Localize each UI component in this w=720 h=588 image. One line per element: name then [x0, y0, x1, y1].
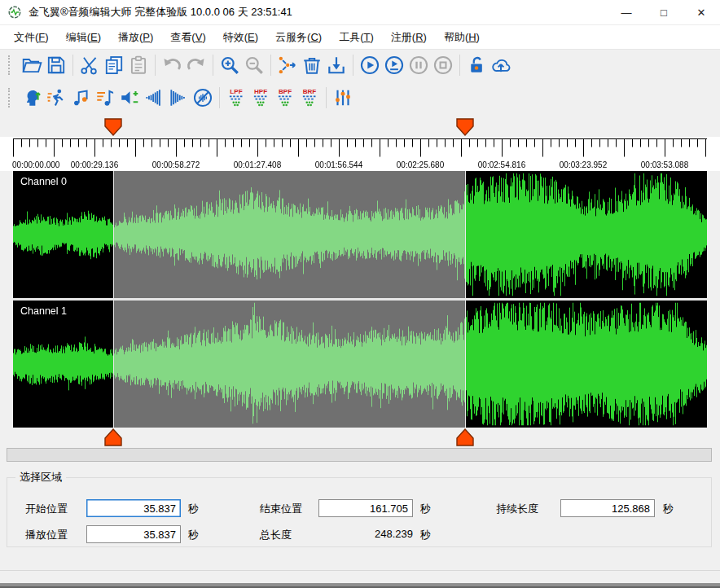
- horizontal-scrollbar[interactable]: [7, 448, 712, 462]
- toolbar-grip[interactable]: [8, 88, 13, 108]
- app-window: 金飞翼®音频编辑大师 完整体验版 10.0.0 06 天 23:51:41 — …: [0, 0, 720, 588]
- lock-button[interactable]: [464, 52, 489, 78]
- toolbar-separator: [213, 55, 213, 76]
- low-pass-filter-button[interactable]: LPF: [224, 85, 248, 111]
- fade-in-button[interactable]: [142, 85, 166, 111]
- menu-register[interactable]: 注册(R): [384, 26, 434, 49]
- menu-cloud-service[interactable]: 云服务(C): [268, 26, 329, 49]
- menu-tools[interactable]: 工具(T): [331, 26, 381, 49]
- toolbar-separator: [155, 55, 156, 76]
- toolbar-effects: LPFHPFBPFBRF: [0, 81, 720, 115]
- cut-button[interactable]: [77, 52, 102, 78]
- start-position-input[interactable]: [86, 499, 181, 517]
- app-icon: [7, 5, 22, 20]
- waveform-view[interactable]: Channel 0 Channel 1: [13, 171, 707, 428]
- stop-button[interactable]: [431, 52, 455, 78]
- svg-text:LPF: LPF: [230, 88, 242, 95]
- mix-button[interactable]: [275, 52, 300, 78]
- total-length-label: 总长度: [260, 528, 292, 542]
- selection-panel-title: 选择区域: [15, 470, 66, 485]
- end-position-label: 结束位置: [260, 502, 302, 516]
- duration-label: 持续长度: [496, 502, 538, 516]
- high-pass-filter-button[interactable]: HPF: [248, 85, 273, 111]
- end-position-input[interactable]: [318, 499, 413, 517]
- window-title: 金飞翼®音频编辑大师 完整体验版 10.0.0 06 天 23:51:41: [29, 5, 292, 20]
- voice-effect-button[interactable]: [20, 85, 44, 111]
- selection-end-marker-top[interactable]: [456, 118, 474, 136]
- tempo-change-button[interactable]: [44, 85, 68, 111]
- menu-view[interactable]: 查看(V): [163, 26, 213, 49]
- play-selection-button[interactable]: [382, 52, 406, 78]
- top-marker-strip: [0, 117, 720, 137]
- selection-panel: 选择区域 开始位置 秒 结束位置 秒 持续长度 秒 播放位置 秒 总长度 248…: [7, 470, 712, 547]
- selection-start-marker-bottom[interactable]: [104, 428, 122, 446]
- svg-text:BPF: BPF: [279, 88, 292, 95]
- toolbar-grip[interactable]: [8, 55, 13, 75]
- trim-button[interactable]: [324, 52, 349, 78]
- titlebar: 金飞翼®音频编辑大师 完整体验版 10.0.0 06 天 23:51:41 — …: [0, 0, 720, 25]
- toolbar-separator: [326, 87, 327, 108]
- play-position-label: 播放位置: [25, 528, 68, 542]
- toolbar-separator: [72, 55, 73, 76]
- play-button[interactable]: [358, 52, 382, 78]
- svg-text:BRF: BRF: [303, 88, 317, 95]
- menu-file[interactable]: 文件(F): [7, 26, 56, 49]
- toolbar-separator: [353, 55, 353, 76]
- open-file-button[interactable]: [20, 52, 44, 78]
- menu-play[interactable]: 播放(P): [111, 26, 160, 49]
- end-position-unit: 秒: [420, 502, 431, 516]
- close-button[interactable]: ✕: [683, 0, 720, 24]
- maximize-button[interactable]: □: [645, 0, 683, 24]
- start-position-unit: 秒: [188, 502, 199, 516]
- paste-button[interactable]: [126, 52, 151, 78]
- status-bar: [0, 570, 720, 584]
- menubar: 文件(F)编辑(E)播放(P)查看(V)特效(E)云服务(C)工具(T)注册(R…: [0, 25, 720, 50]
- menu-edit[interactable]: 编辑(E): [59, 26, 108, 49]
- zoom-in-button[interactable]: [217, 52, 242, 78]
- play-position-unit: 秒: [188, 528, 199, 542]
- menu-effects[interactable]: 特效(E): [216, 26, 266, 49]
- svg-text:HPF: HPF: [254, 88, 267, 95]
- pitch-change-button[interactable]: [68, 85, 93, 111]
- duration-input[interactable]: [560, 499, 655, 517]
- band-pass-filter-button[interactable]: BPF: [273, 85, 297, 111]
- play-position-input[interactable]: [86, 525, 181, 543]
- timeline-ruler[interactable]: [0, 137, 720, 171]
- duration-unit: 秒: [663, 502, 674, 516]
- start-position-label: 开始位置: [25, 502, 68, 516]
- band-reject-filter-button[interactable]: BRF: [297, 85, 322, 111]
- menu-help[interactable]: 帮助(H): [437, 26, 487, 49]
- volume-adjust-button[interactable]: [117, 85, 142, 111]
- bottom-marker-strip: [0, 428, 720, 448]
- window-controls: — □ ✕: [608, 0, 720, 24]
- toolbar-separator: [459, 55, 460, 76]
- pause-button[interactable]: [406, 52, 431, 78]
- save-file-button[interactable]: [44, 52, 68, 78]
- total-length-unit: 秒: [420, 528, 431, 542]
- waveform-canvas[interactable]: [13, 171, 707, 428]
- zoom-out-button[interactable]: [242, 52, 266, 78]
- redo-button[interactable]: [184, 52, 209, 78]
- equalizer-button[interactable]: [331, 85, 355, 111]
- rate-change-button[interactable]: [93, 85, 117, 111]
- window-bottom-edge: [0, 583, 720, 588]
- cloud-upload-button[interactable]: [489, 52, 513, 78]
- selection-start-marker-top[interactable]: [104, 118, 122, 136]
- toolbar-main: [0, 50, 720, 81]
- toolbar-separator: [219, 87, 220, 108]
- fade-out-button[interactable]: [166, 85, 191, 111]
- toolbar-separator: [270, 55, 271, 76]
- undo-button[interactable]: [160, 52, 184, 78]
- minimize-button[interactable]: —: [608, 0, 645, 24]
- selection-end-marker-bottom[interactable]: [456, 428, 474, 446]
- total-length-value: 248.239: [318, 528, 413, 540]
- noise-reduction-button[interactable]: [191, 85, 215, 111]
- delete-selection-button[interactable]: [300, 52, 324, 78]
- copy-button[interactable]: [102, 52, 126, 78]
